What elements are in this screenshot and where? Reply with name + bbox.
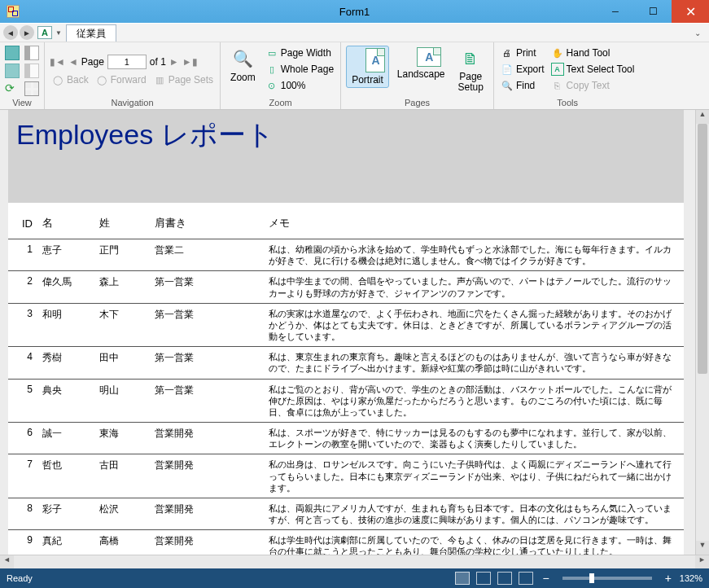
hand-tool-button[interactable]: ✋Hand Tool xyxy=(549,46,637,60)
landscape-icon: A xyxy=(417,47,441,67)
cell-title: 第一営業 xyxy=(150,271,264,303)
scroll-thumb[interactable] xyxy=(698,124,707,374)
report-title: Employees レポート xyxy=(16,116,676,154)
whole-page-button[interactable]: ▯Whole Page xyxy=(264,62,335,77)
cell-memo: 私は、東京生まれの東京育ち。趣味と言えるほどのものはありませんが、強いて言うなら… xyxy=(264,347,684,379)
page-word: Page xyxy=(81,56,104,68)
group-pages-label: Pages xyxy=(346,98,488,108)
page-setup-icon: 🗎 xyxy=(459,47,482,70)
scroll-right-icon[interactable]: ► xyxy=(695,555,709,568)
landscape-button[interactable]: A Landscape xyxy=(392,46,450,81)
zoom-slider-knob[interactable] xyxy=(589,573,594,583)
view-mode-3[interactable] xyxy=(497,572,512,585)
table-header-row: ID 名 姓 肩書き メモ xyxy=(8,213,684,239)
vertical-scrollbar[interactable]: ▲ ▼ xyxy=(695,110,709,555)
group-zoom: 🔍 Zoom ▭Page Width ▯Whole Page ⊙100% Zoo… xyxy=(221,42,341,109)
back-button[interactable]: ◯ Back xyxy=(50,72,90,87)
document-area[interactable]: Employees レポート ID 名 姓 肩書き メモ 1恵子正門営業二私は、… xyxy=(0,110,695,555)
cell-id: 3 xyxy=(8,303,37,347)
group-nav-label: Navigation xyxy=(50,98,215,108)
thumbnails-icon[interactable] xyxy=(5,46,20,60)
cell-title: 第一営業 xyxy=(150,347,264,379)
continuous-icon[interactable] xyxy=(5,64,20,78)
hundred-button[interactable]: ⊙100% xyxy=(264,78,335,93)
forward-button[interactable]: ◯ Forward xyxy=(94,72,148,87)
horizontal-scrollbar[interactable]: ◄ ► xyxy=(0,555,709,568)
sidebar-toggle-icon[interactable] xyxy=(24,46,39,60)
cell-memo: 私は学生時代は演劇部に所属していたので、今もよく、休みの日は芝居を見に行きます。… xyxy=(264,530,684,555)
scroll-track[interactable] xyxy=(696,124,709,541)
view-mode-1[interactable] xyxy=(455,572,470,585)
zoom-slider[interactable] xyxy=(562,577,652,580)
copy-text-button[interactable]: ⎘Copy Text xyxy=(549,78,637,93)
breadcrumb-tab[interactable]: 従業員 xyxy=(66,24,116,42)
hand-tool-label: Hand Tool xyxy=(567,47,611,59)
export-button[interactable]: 📄Export xyxy=(499,62,546,77)
scroll-down-icon[interactable]: ▼ xyxy=(696,541,709,555)
window-titlebar: Form1 xyxy=(0,0,709,23)
whole-page-label: Whole Page xyxy=(281,64,334,75)
view-mode-2[interactable] xyxy=(476,572,491,585)
group-pages: A Portrait A Landscape 🗎 Page Setup Page… xyxy=(341,42,494,109)
cell-memo: 私は、両親共にアメリカ人ですが、生まれも育ちも日本です。日本の文化はもちろん気に… xyxy=(264,498,684,529)
scroll-up-icon[interactable]: ▲ xyxy=(696,110,709,124)
table-row: 1恵子正門営業二私は、幼稚園の頃から水泳を始めて、学生時代もずっと水泳部でした。… xyxy=(8,239,684,271)
page-sets-label: Page Sets xyxy=(168,74,213,86)
cell-last: 田中 xyxy=(94,347,150,379)
cell-title: 営業開発 xyxy=(150,498,264,529)
page-setup-button[interactable]: 🗎 Page Setup xyxy=(453,46,488,94)
view-mode-4[interactable] xyxy=(519,572,533,585)
hscroll-track[interactable] xyxy=(14,555,695,568)
cell-id: 6 xyxy=(8,423,37,454)
forward-arrow-icon: ◯ xyxy=(95,73,108,86)
nav-back-icon[interactable]: ◄ xyxy=(3,25,18,40)
cell-last: 古田 xyxy=(94,454,150,498)
page-width-icon: ▭ xyxy=(265,46,278,59)
nav-forward-icon[interactable]: ► xyxy=(20,25,34,40)
group-tools: 🖨Print 📄Export 🔍Find ✋Hand Tool AText Se… xyxy=(494,42,641,109)
first-page-icon[interactable]: ▮◄ xyxy=(50,56,65,68)
chevron-down-icon[interactable]: ▼ xyxy=(55,29,62,37)
zoom-button[interactable]: 🔍 Zoom xyxy=(225,46,260,85)
table-row: 2偉久馬森上第一営業私は中学生までの間、合唱をやっていました。声が高いので、パー… xyxy=(8,271,684,303)
cell-id: 1 xyxy=(8,239,37,271)
cell-first: 秀樹 xyxy=(37,347,94,379)
col-title: 肩書き xyxy=(150,213,264,239)
forward-label: Forward xyxy=(111,74,147,86)
page-width-button[interactable]: ▭Page Width xyxy=(264,46,335,60)
hundred-icon: ⊙ xyxy=(265,79,278,92)
zoom-out-button[interactable]: − xyxy=(539,572,552,585)
scroll-left-icon[interactable]: ◄ xyxy=(0,555,14,568)
print-icon: 🖨 xyxy=(501,46,514,59)
prev-page-icon[interactable]: ◄ xyxy=(68,56,78,68)
text-select-button[interactable]: AText Select Tool xyxy=(549,62,637,77)
panel-icon[interactable] xyxy=(24,64,39,78)
cell-last: 正門 xyxy=(94,239,150,271)
table-row: 3和明木下第一営業私の実家は水道屋なので、よく手伝わされ、地面に穴をたくさん掘っ… xyxy=(8,303,684,347)
cell-title: 第一営業 xyxy=(150,379,264,423)
report-table: ID 名 姓 肩書き メモ 1恵子正門営業二私は、幼稚園の頃から水泳を始めて、学… xyxy=(8,213,684,555)
text-select-icon: A xyxy=(551,63,564,76)
copy-icon: ⎘ xyxy=(551,79,564,92)
find-button[interactable]: 🔍Find xyxy=(499,78,546,93)
grid-icon[interactable] xyxy=(24,81,39,96)
cell-id: 2 xyxy=(8,271,37,303)
zoom-in-button[interactable]: + xyxy=(662,572,675,585)
print-button[interactable]: 🖨Print xyxy=(499,46,546,60)
portrait-button[interactable]: A Portrait xyxy=(346,46,389,88)
report-page: Employees レポート ID 名 姓 肩書き メモ 1恵子正門営業二私は、… xyxy=(8,110,684,555)
page-sets-button[interactable]: ▥ Page Sets xyxy=(151,72,215,87)
status-bar: Ready − + 132% xyxy=(0,568,709,588)
page-number-input[interactable] xyxy=(107,55,147,69)
export-label: Export xyxy=(516,64,545,75)
zoom-label: Zoom xyxy=(230,72,256,83)
export-icon: 📄 xyxy=(501,63,514,76)
refresh-icon[interactable]: ⟳ xyxy=(5,81,20,96)
breadcrumb-bar: ◄ ► A ▼ 従業員 ⌄ xyxy=(0,23,709,42)
next-page-icon[interactable]: ► xyxy=(169,56,179,68)
last-page-icon[interactable]: ►▮ xyxy=(182,56,198,68)
expand-chevron-icon[interactable]: ⌄ xyxy=(689,29,706,37)
cell-last: 東海 xyxy=(94,423,150,454)
document-viewport: Employees レポート ID 名 姓 肩書き メモ 1恵子正門営業二私は、… xyxy=(0,110,709,555)
breadcrumb-root-icon[interactable]: A xyxy=(37,26,52,39)
